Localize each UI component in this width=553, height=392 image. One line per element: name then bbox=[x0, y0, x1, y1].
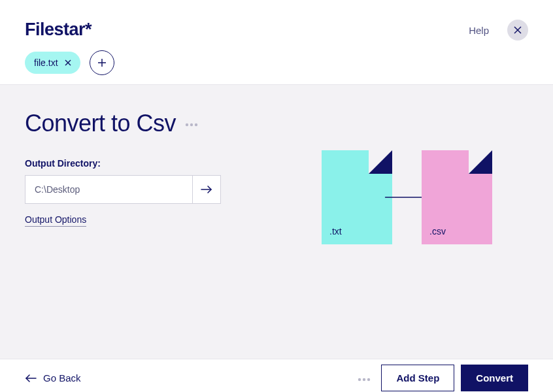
conversion-illustration: .txt .csv bbox=[322, 150, 492, 244]
footer: Go Back Add Step Convert bbox=[0, 359, 553, 392]
svg-point-14 bbox=[367, 378, 370, 380]
add-file-button[interactable] bbox=[90, 50, 114, 75]
page-title: Convert to Csv bbox=[25, 110, 176, 137]
arrow-left-icon bbox=[25, 374, 37, 382]
remove-file-icon[interactable] bbox=[65, 59, 71, 66]
output-directory-input[interactable] bbox=[25, 175, 192, 204]
file-chip[interactable]: file.txt bbox=[25, 52, 80, 74]
title-row: Convert to Csv bbox=[25, 110, 528, 137]
footer-actions: Add Step Convert bbox=[358, 365, 528, 391]
brand-logo: Filestar* bbox=[25, 20, 92, 40]
svg-point-13 bbox=[363, 378, 365, 380]
target-file-icon: .csv bbox=[422, 150, 492, 244]
close-button[interactable] bbox=[507, 20, 528, 41]
header-actions: Help bbox=[469, 20, 528, 41]
browse-directory-button[interactable] bbox=[192, 175, 221, 204]
arrow-right-icon bbox=[201, 185, 212, 194]
svg-point-7 bbox=[190, 123, 193, 126]
header: Filestar* Help bbox=[0, 0, 553, 50]
file-chips-row: file.txt bbox=[0, 50, 553, 84]
title-more-button[interactable] bbox=[185, 118, 198, 129]
source-file-icon: .txt bbox=[322, 150, 392, 244]
ellipsis-icon bbox=[185, 123, 198, 127]
go-back-button[interactable]: Go Back bbox=[25, 372, 81, 384]
help-link[interactable]: Help bbox=[469, 25, 489, 36]
add-step-button[interactable]: Add Step bbox=[381, 365, 454, 391]
svg-point-8 bbox=[195, 123, 197, 126]
file-chip-label: file.txt bbox=[34, 57, 58, 68]
plus-icon bbox=[97, 58, 107, 67]
main-content: Convert to Csv Output Directory: Output … bbox=[0, 84, 553, 359]
source-file-ext: .txt bbox=[329, 226, 342, 237]
svg-point-6 bbox=[186, 123, 188, 126]
close-icon bbox=[514, 26, 522, 34]
target-file-ext: .csv bbox=[429, 226, 446, 237]
convert-button[interactable]: Convert bbox=[461, 365, 528, 391]
footer-more-button[interactable] bbox=[358, 372, 371, 384]
go-back-label: Go Back bbox=[43, 372, 81, 384]
output-options-link[interactable]: Output Options bbox=[25, 214, 86, 227]
svg-point-12 bbox=[358, 378, 361, 380]
output-directory-row bbox=[25, 175, 221, 204]
ellipsis-icon bbox=[358, 378, 371, 382]
